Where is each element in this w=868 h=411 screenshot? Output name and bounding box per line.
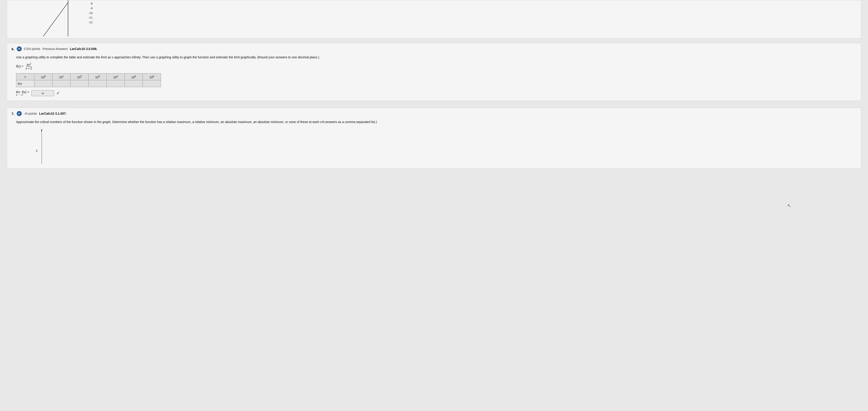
- fx-row-label: f(x): [16, 80, 34, 87]
- fx-cell-4[interactable]: [107, 80, 125, 87]
- check-icon: ✓: [56, 91, 60, 96]
- q6-formula: f(x) = 9x2 x + 2: [16, 62, 857, 70]
- fx-cell-1[interactable]: [53, 80, 70, 87]
- y-value-neg11: -11: [88, 16, 93, 20]
- col-10-2: 102: [70, 74, 89, 80]
- question-6-header: 6. + 0.5/4 points Previous Answers LarCa…: [7, 43, 861, 54]
- limit-value-input[interactable]: [31, 90, 54, 96]
- q6-problem-id: LarCalc10 3.5.008.: [70, 47, 97, 51]
- y-value-neg9: -9: [90, 6, 93, 11]
- col-10-6: 106: [143, 74, 161, 80]
- question-7-section: 7. + -/4 points LarCalc10 3.1.007. Appro…: [7, 108, 861, 169]
- col-x: x: [16, 74, 34, 80]
- page-container: -8 -9 -10 -11 -12 6. + 0.5/4 points Prev…: [0, 0, 868, 411]
- col-10-1: 101: [53, 74, 70, 80]
- limit-table: x 100 101 102 103 104 105 106 f(x): [16, 73, 161, 87]
- cursor-indicator: ↖: [787, 203, 791, 208]
- col-10-3: 103: [89, 74, 107, 80]
- svg-line-0: [43, 2, 68, 36]
- fx-cell-2[interactable]: [70, 80, 89, 87]
- question-7-number: 7.: [11, 112, 14, 116]
- top-graph-section: -8 -9 -10 -11 -12: [7, 0, 861, 38]
- question-6-body: Use a graphing utility to complete the t…: [7, 54, 861, 101]
- fx-cell-5[interactable]: [125, 80, 143, 87]
- limit-row: lim f(x) = x → ∞ ✓: [16, 90, 857, 96]
- lim-subscript: x → ∞: [16, 93, 23, 96]
- question-6-section: 6. + 0.5/4 points Previous Answers LarCa…: [7, 43, 861, 101]
- y-value-neg8: -8: [90, 1, 93, 6]
- q7-question-text: Approximate the critical numbers of the …: [16, 120, 857, 124]
- fx-cell-3[interactable]: [89, 80, 107, 87]
- col-10-4: 104: [107, 74, 125, 80]
- fx-cell-0[interactable]: [34, 80, 53, 87]
- q6-question-text: Use a graphing utility to complete the t…: [16, 55, 857, 60]
- question-6-number: 6.: [11, 47, 14, 51]
- graph-svg: [30, 0, 75, 36]
- q7-points: -/4 points: [24, 112, 37, 115]
- col-10-5: 105: [125, 74, 143, 80]
- fraction-display: 9x2 x + 2: [25, 62, 33, 70]
- q6-plus-icon: +: [17, 47, 22, 51]
- q7-y-axis-line: [41, 130, 42, 164]
- fx-cell-6[interactable]: [143, 80, 161, 87]
- question-7-body: Approximate the critical numbers of the …: [7, 118, 861, 168]
- denominator: x + 2: [25, 67, 33, 70]
- q7-y-tick-2: 2: [36, 149, 37, 152]
- q7-graph-area: y 2: [16, 127, 84, 164]
- numerator: 9x2: [26, 62, 32, 67]
- question-7-header: 7. + -/4 points LarCalc10 3.1.007.: [7, 108, 861, 118]
- q6-points: 0.5/4 points: [24, 47, 40, 51]
- col-10-0: 100: [34, 74, 53, 80]
- y-value-neg10: -10: [88, 11, 93, 16]
- graph-y-axis: -8 -9 -10 -11 -12: [88, 1, 93, 25]
- q7-problem-id: LarCalc10 3.1.007.: [39, 112, 66, 115]
- formula-label: f(x) =: [16, 64, 23, 68]
- q7-plus-icon: +: [17, 111, 22, 116]
- q6-previous-answers[interactable]: Previous Answers: [42, 47, 68, 51]
- y-value-neg12: -12: [88, 20, 93, 25]
- limit-label: lim f(x) = x → ∞: [16, 90, 29, 96]
